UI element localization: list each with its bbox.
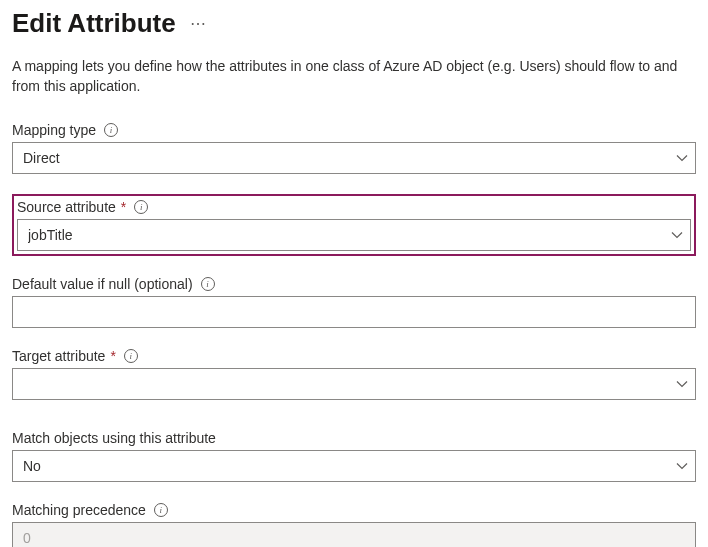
- label-text: Source attribute: [17, 199, 116, 215]
- field-source-attribute: Source attribute * i: [17, 199, 691, 251]
- target-attribute-input[interactable]: [12, 368, 696, 400]
- source-attribute-input[interactable]: [17, 219, 691, 251]
- required-indicator: *: [110, 348, 115, 364]
- info-icon[interactable]: i: [201, 277, 215, 291]
- page-title: Edit Attribute: [12, 8, 176, 39]
- label-text: Mapping type: [12, 122, 96, 138]
- label-matching-precedence: Matching precedence i: [12, 502, 696, 518]
- mapping-type-input[interactable]: [12, 142, 696, 174]
- label-text: Target attribute: [12, 348, 105, 364]
- matching-precedence-input: [12, 522, 696, 547]
- label-source-attribute: Source attribute * i: [17, 199, 691, 215]
- label-target-attribute: Target attribute * i: [12, 348, 696, 364]
- select-target-attribute[interactable]: [12, 368, 696, 400]
- field-mapping-type: Mapping type i: [12, 122, 696, 174]
- field-target-attribute: Target attribute * i: [12, 348, 696, 400]
- page-header: Edit Attribute ⋯: [12, 8, 696, 39]
- select-source-attribute[interactable]: [17, 219, 691, 251]
- info-icon[interactable]: i: [154, 503, 168, 517]
- default-value-input[interactable]: [12, 296, 696, 328]
- select-match-objects[interactable]: [12, 450, 696, 482]
- field-match-objects: Match objects using this attribute: [12, 430, 696, 482]
- highlighted-source-attribute: Source attribute * i: [12, 194, 696, 256]
- more-options-icon[interactable]: ⋯: [190, 14, 207, 33]
- page-description: A mapping lets you define how the attrib…: [12, 57, 696, 96]
- label-mapping-type: Mapping type i: [12, 122, 696, 138]
- label-match-objects: Match objects using this attribute: [12, 430, 696, 446]
- select-mapping-type[interactable]: [12, 142, 696, 174]
- required-indicator: *: [121, 199, 126, 215]
- field-matching-precedence: Matching precedence i: [12, 502, 696, 547]
- field-default-value: Default value if null (optional) i: [12, 276, 696, 328]
- label-text: Default value if null (optional): [12, 276, 193, 292]
- label-text: Matching precedence: [12, 502, 146, 518]
- info-icon[interactable]: i: [134, 200, 148, 214]
- info-icon[interactable]: i: [124, 349, 138, 363]
- info-icon[interactable]: i: [104, 123, 118, 137]
- match-objects-input[interactable]: [12, 450, 696, 482]
- label-default-value: Default value if null (optional) i: [12, 276, 696, 292]
- label-text: Match objects using this attribute: [12, 430, 216, 446]
